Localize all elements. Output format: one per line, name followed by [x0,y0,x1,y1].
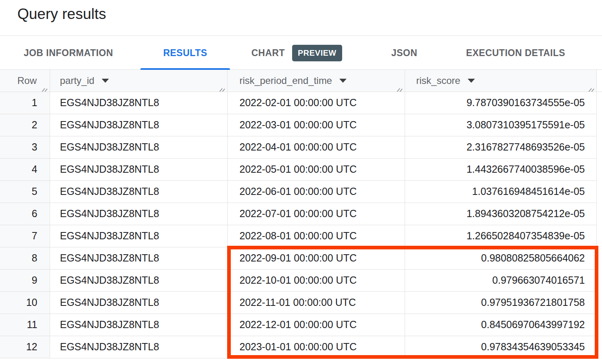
table-row: 4 EGS4NJD38JZ8NTL8 2022-05-01 00:00:00 U… [0,158,596,180]
table-row: 3 EGS4NJD38JZ8NTL8 2022-04-01 00:00:00 U… [0,136,596,158]
risk-score-cell: 0.97951936721801758 [405,291,596,314]
tab-results-label: RESULTS [163,48,207,59]
party-id-cell: EGS4NJD38JZ8NTL8 [50,180,227,203]
table-header-row: Row party_id risk_period_end_time [0,70,596,92]
column-header-risk-score-label: risk_score [416,75,460,86]
risk-period-end-time-cell: 2022-12-01 00:00:00 UTC [227,314,405,336]
party-id-cell: EGS4NJD38JZ8NTL8 [50,225,227,247]
risk-score-cell: 1.4432667740038596e-05 [405,158,596,180]
row-number-cell: 6 [0,203,50,225]
row-number-cell: 12 [0,336,50,358]
table-row: 6 EGS4NJD38JZ8NTL8 2022-07-01 00:00:00 U… [0,203,596,225]
row-number-cell: 3 [0,136,50,158]
page-header: Query results [0,0,602,36]
dropdown-arrow-icon[interactable] [339,79,347,83]
party-id-cell: EGS4NJD38JZ8NTL8 [50,136,227,158]
risk-period-end-time-cell: 2022-09-01 00:00:00 UTC [227,247,405,269]
dropdown-arrow-icon[interactable] [102,79,109,83]
row-number-cell: 4 [0,158,50,180]
column-header-risk-score[interactable]: risk_score [405,70,596,92]
risk-score-cell: 0.97834354639053345 [405,336,596,358]
column-resize-handle[interactable] [41,84,48,90]
risk-score-cell: 2.3167827748693526e-05 [405,136,596,158]
column-header-party-id[interactable]: party_id [50,70,227,92]
risk-period-end-time-cell: 2023-01-01 00:00:00 UTC [227,336,405,358]
tab-execution-details[interactable]: EXECUTION DETAILS [460,36,571,70]
row-number-cell: 8 [0,247,50,269]
results-table: Row party_id risk_period_end_time [0,70,597,358]
table-row: 12 EGS4NJD38JZ8NTL8 2023-01-01 00:00:00 … [0,336,596,358]
column-header-row-label: Row [17,75,37,86]
party-id-cell: EGS4NJD38JZ8NTL8 [50,158,227,180]
tab-chart[interactable]: CHART PREVIEW [251,36,347,70]
column-resize-handle[interactable] [218,84,225,90]
row-number-cell: 7 [0,225,50,247]
tab-job-information[interactable]: JOB INFORMATION [17,36,119,70]
table-row: 7 EGS4NJD38JZ8NTL8 2022-08-01 00:00:00 U… [0,225,596,247]
column-header-party-id-label: party_id [60,75,94,86]
party-id-cell: EGS4NJD38JZ8NTL8 [50,314,227,336]
table-row: 10 EGS4NJD38JZ8NTL8 2022-11-01 00:00:00 … [0,291,596,314]
row-number-cell: 10 [0,291,50,314]
table-row: 5 EGS4NJD38JZ8NTL8 2022-06-01 00:00:00 U… [0,180,596,203]
row-number-cell: 1 [0,92,50,114]
risk-score-cell: 1.037616948451614e-05 [405,180,596,203]
risk-period-end-time-cell: 2022-11-01 00:00:00 UTC [227,291,405,314]
column-header-risk-period-end-time[interactable]: risk_period_end_time [227,70,405,92]
risk-score-cell: 1.2665028407354839e-05 [405,225,596,247]
risk-period-end-time-cell: 2022-04-01 00:00:00 UTC [227,136,405,158]
table-row: 1 EGS4NJD38JZ8NTL8 2022-02-01 00:00:00 U… [0,92,596,114]
risk-score-cell: 0.84506970643997192 [405,314,596,336]
risk-period-end-time-cell: 2022-06-01 00:00:00 UTC [227,180,405,203]
risk-period-end-time-cell: 2022-08-01 00:00:00 UTC [227,225,405,247]
row-number-cell: 5 [0,180,50,203]
risk-period-end-time-cell: 2022-02-01 00:00:00 UTC [227,92,405,114]
risk-period-end-time-cell: 2022-07-01 00:00:00 UTC [227,203,405,225]
tab-results[interactable]: RESULTS [140,36,230,70]
preview-badge: PREVIEW [292,45,342,61]
party-id-cell: EGS4NJD38JZ8NTL8 [50,269,227,291]
party-id-cell: EGS4NJD38JZ8NTL8 [50,336,227,358]
risk-period-end-time-cell: 2022-10-01 00:00:00 UTC [227,269,405,291]
table-row: 2 EGS4NJD38JZ8NTL8 2022-03-01 00:00:00 U… [0,114,596,136]
column-header-risk-period-end-time-label: risk_period_end_time [240,75,332,86]
risk-score-cell: 1.8943603208754212e-05 [405,203,596,225]
row-number-cell: 11 [0,314,50,336]
party-id-cell: EGS4NJD38JZ8NTL8 [50,114,227,136]
risk-score-cell: 0.98080825805664062 [405,247,596,269]
row-number-cell: 9 [0,269,50,291]
header-border-extension [596,92,602,92]
tab-json[interactable]: JSON [382,36,427,70]
row-number-cell: 2 [0,114,50,136]
results-table-container: Row party_id risk_period_end_time [0,70,602,358]
risk-period-end-time-cell: 2022-05-01 00:00:00 UTC [227,158,405,180]
column-resize-handle[interactable] [396,84,403,90]
party-id-cell: EGS4NJD38JZ8NTL8 [50,247,227,269]
column-resize-handle[interactable] [587,84,594,90]
table-row: 9 EGS4NJD38JZ8NTL8 2022-10-01 00:00:00 U… [0,269,596,291]
dropdown-arrow-icon[interactable] [468,79,475,83]
column-header-row[interactable]: Row [0,70,50,92]
table-row: 8 EGS4NJD38JZ8NTL8 2022-09-01 00:00:00 U… [0,247,596,269]
risk-score-cell: 3.0807310395175591e-05 [405,114,596,136]
risk-period-end-time-cell: 2022-03-01 00:00:00 UTC [227,114,405,136]
table-row: 11 EGS4NJD38JZ8NTL8 2022-12-01 00:00:00 … [0,314,596,336]
page-title: Query results [17,6,106,23]
tab-bar: JOB INFORMATION RESULTS CHART PREVIEW JS… [0,36,602,70]
party-id-cell: EGS4NJD38JZ8NTL8 [50,291,227,314]
tab-chart-label: CHART [251,48,285,59]
party-id-cell: EGS4NJD38JZ8NTL8 [50,203,227,225]
risk-score-cell: 9.7870390163734555e-05 [405,92,596,114]
party-id-cell: EGS4NJD38JZ8NTL8 [50,92,227,114]
risk-score-cell: 0.979663074016571 [405,269,596,291]
